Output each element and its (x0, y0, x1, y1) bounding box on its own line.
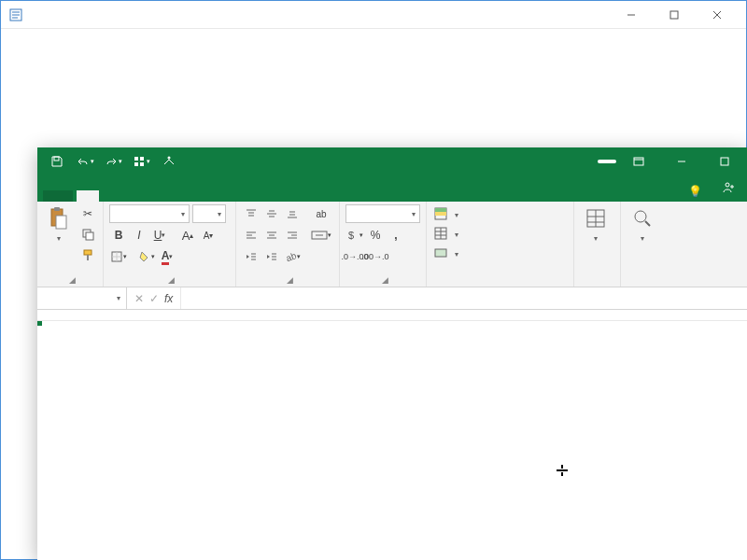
increase-font-icon[interactable]: A▴ (178, 226, 197, 245)
conditional-formatting-icon (434, 207, 447, 222)
excel-titlebar[interactable]: ▾ ▾ ▾ (37, 147, 747, 175)
menu-edit[interactable] (21, 36, 36, 40)
tab-view[interactable] (211, 190, 233, 202)
notepad-content[interactable] (1, 48, 746, 59)
svg-rect-8 (54, 157, 59, 161)
borders-icon[interactable]: ▾ (109, 247, 128, 266)
tab-help[interactable] (233, 190, 256, 202)
align-bottom-icon[interactable] (283, 204, 302, 223)
align-middle-icon[interactable] (262, 204, 281, 223)
tell-me[interactable]: 💡 (681, 181, 713, 202)
fill-color-icon[interactable]: ▾ (137, 247, 156, 266)
cell-styles-icon (434, 246, 447, 261)
maximize-button[interactable] (704, 147, 745, 175)
notepad-titlebar[interactable] (1, 1, 746, 29)
maximize-button[interactable] (653, 1, 696, 29)
svg-rect-9 (134, 157, 138, 161)
comma-format-icon[interactable]: , (387, 226, 405, 245)
format-as-table-button[interactable]: ▾ (432, 226, 460, 243)
font-name-select[interactable]: ▾ (109, 204, 190, 223)
format-painter-icon[interactable] (78, 245, 97, 264)
merge-center-icon[interactable]: ▾ (309, 226, 333, 245)
insert-function-icon[interactable]: fx (164, 292, 173, 305)
menu-format[interactable] (36, 36, 51, 40)
svg-rect-22 (54, 207, 60, 211)
formula-bar: ▾ ✕ ✓ fx (37, 287, 747, 310)
accounting-format-icon[interactable]: $▾ (345, 226, 364, 245)
format-as-table-icon (434, 227, 447, 242)
share-button[interactable] (713, 177, 741, 202)
group-font: ▾ ▾ B I U▾ A▴ A▾ ▾ ▾ A▾ ◢ (104, 202, 236, 287)
fill-handle[interactable] (37, 321, 42, 326)
ribbon-display-icon[interactable] (618, 147, 659, 175)
editing-button[interactable]: ▾ (627, 204, 658, 245)
cells-button[interactable]: ▾ (580, 204, 612, 245)
group-editing: ▾ (621, 202, 671, 287)
paste-button[interactable]: ▾ (43, 204, 75, 245)
quick-access-toolbar: ▾ ▾ ▾ (37, 149, 189, 174)
font-color-icon[interactable]: A▾ (158, 247, 176, 266)
cut-icon[interactable]: ✂ (78, 204, 97, 223)
tab-file[interactable] (43, 190, 73, 202)
menu-view[interactable] (51, 36, 66, 40)
cells-icon (584, 206, 608, 231)
dialog-launcher-icon[interactable]: ◢ (382, 275, 388, 285)
svg-rect-11 (134, 162, 138, 166)
customize-qat-icon[interactable] (157, 149, 181, 174)
svg-rect-12 (140, 162, 144, 166)
dialog-launcher-icon[interactable]: ◢ (287, 275, 293, 285)
touch-mode-icon[interactable]: ▾ (129, 149, 153, 174)
dialog-launcher-icon[interactable]: ◢ (168, 275, 175, 285)
align-top-icon[interactable] (242, 204, 261, 223)
dialog-launcher-icon[interactable]: ◢ (69, 275, 76, 285)
italic-button[interactable]: I (130, 226, 148, 245)
formula-input[interactable] (181, 287, 747, 309)
name-box[interactable]: ▾ (37, 287, 127, 309)
svg-rect-14 (634, 158, 643, 165)
align-center-icon[interactable] (262, 226, 281, 245)
menu-help[interactable] (66, 36, 81, 40)
tab-page-layout[interactable] (121, 190, 144, 202)
minimize-button[interactable] (661, 147, 702, 175)
undo-icon[interactable]: ▾ (73, 149, 97, 174)
tab-data[interactable] (166, 190, 189, 202)
ribbon: ▾ ✂ ◢ ▾ ▾ B I U▾ (37, 202, 747, 287)
align-left-icon[interactable] (242, 226, 261, 245)
sign-in-button[interactable] (598, 160, 616, 163)
selection-indicator (37, 321, 41, 325)
tab-power-pivot[interactable] (256, 190, 278, 202)
increase-indent-icon[interactable] (262, 247, 281, 266)
cancel-formula-icon[interactable]: ✕ (134, 292, 144, 305)
align-right-icon[interactable] (283, 226, 302, 245)
tab-home[interactable] (77, 190, 99, 202)
enter-formula-icon[interactable]: ✓ (149, 292, 159, 305)
close-button[interactable] (696, 1, 739, 29)
grid-spacer (37, 310, 747, 321)
spreadsheet-grid[interactable] (37, 321, 747, 560)
tab-insert[interactable] (99, 190, 121, 202)
number-format-select[interactable]: ▾ (345, 204, 420, 223)
tab-review[interactable] (189, 190, 211, 202)
cell-styles-button[interactable]: ▾ (432, 245, 460, 262)
bold-button[interactable]: B (109, 226, 128, 245)
group-alignment: ab ▾ ab▾ ◢ (236, 202, 340, 287)
group-cells: ▾ (574, 202, 621, 287)
copy-icon[interactable] (78, 225, 97, 244)
svg-rect-10 (140, 157, 144, 161)
svg-rect-17 (721, 158, 728, 165)
redo-icon[interactable]: ▾ (101, 149, 125, 174)
decrease-indent-icon[interactable] (242, 247, 261, 266)
font-size-select[interactable]: ▾ (192, 204, 226, 223)
conditional-formatting-button[interactable]: ▾ (432, 206, 460, 223)
wrap-text-icon[interactable]: ab (309, 204, 333, 223)
decrease-decimal-icon[interactable]: .00→.0 (366, 247, 385, 266)
percent-format-icon[interactable]: % (366, 226, 385, 245)
save-icon[interactable] (45, 149, 69, 174)
tab-formulas[interactable] (144, 190, 166, 202)
find-icon (630, 206, 655, 231)
underline-button[interactable]: U▾ (150, 226, 169, 245)
minimize-button[interactable] (610, 1, 653, 29)
orientation-icon[interactable]: ab▾ (283, 247, 302, 266)
decrease-font-icon[interactable]: A▾ (199, 226, 218, 245)
menu-file[interactable] (7, 36, 21, 40)
